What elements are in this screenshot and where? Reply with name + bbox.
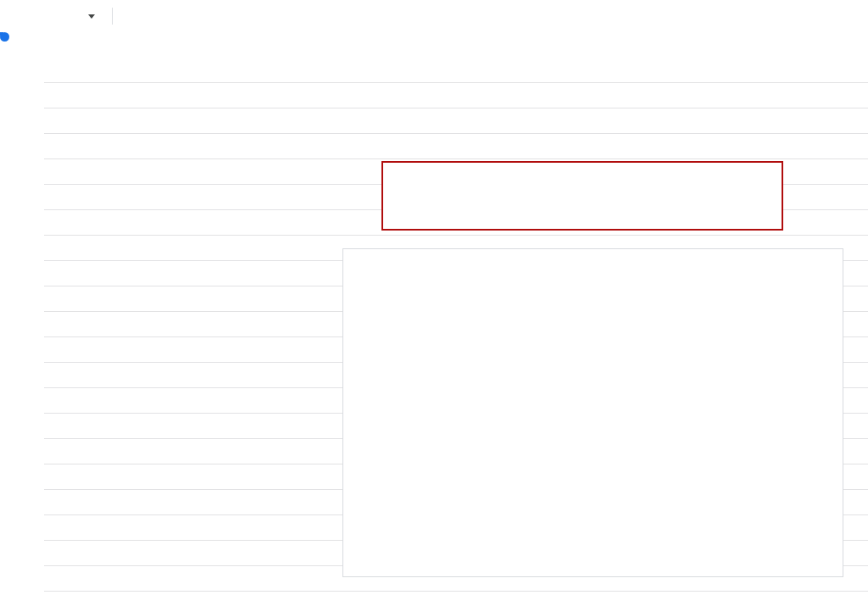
spreadsheet-grid[interactable]	[0, 32, 868, 595]
formula-bar-divider	[112, 8, 113, 25]
formula-bar	[0, 0, 868, 33]
chart[interactable]	[342, 248, 843, 577]
cell-name-box[interactable]	[0, 0, 112, 32]
equation-image[interactable]	[381, 161, 783, 231]
name-box-dropdown-icon[interactable]	[88, 14, 95, 19]
fill-handle[interactable]	[0, 32, 9, 42]
